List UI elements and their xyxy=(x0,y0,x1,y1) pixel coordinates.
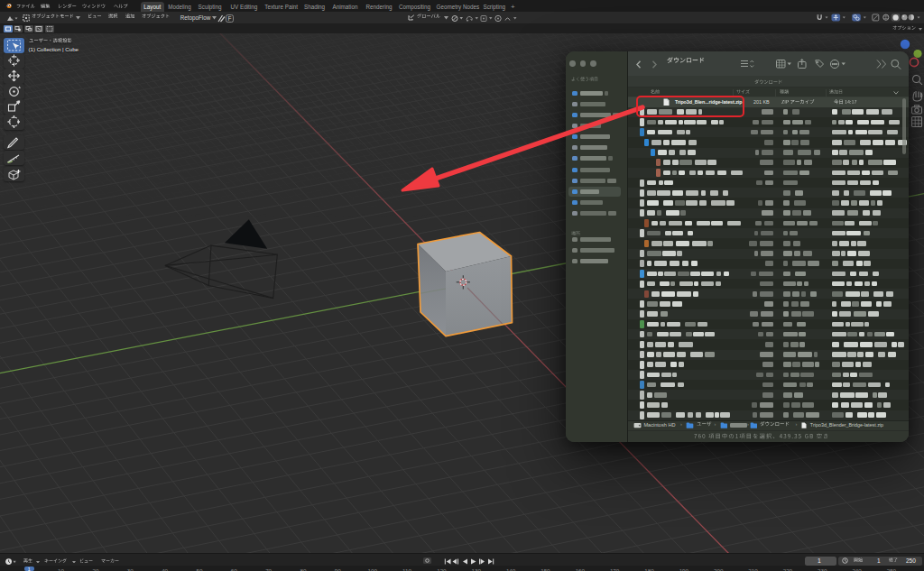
svg-text:F: F xyxy=(228,14,232,21)
